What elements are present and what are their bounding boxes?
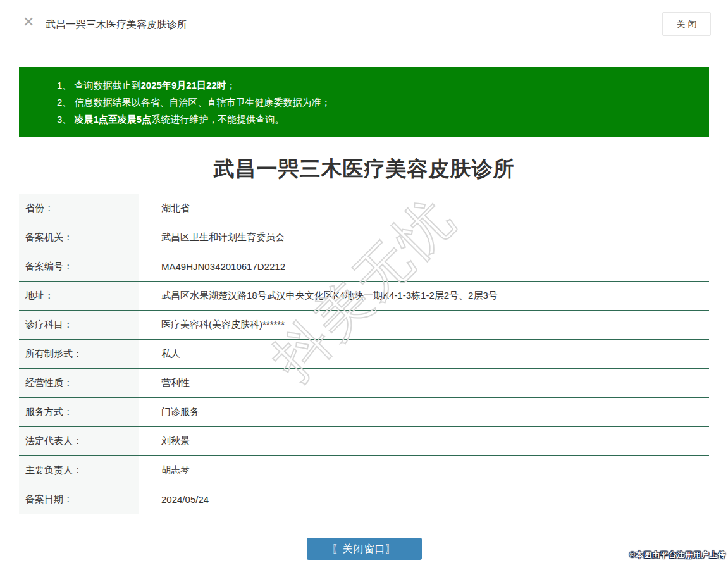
table-row: 地址： 武昌区水果湖楚汉路18号武汉中央文化区K4地块一期K4-1-3栋1-2层…: [19, 282, 709, 311]
close-x-icon[interactable]: ✕: [23, 15, 34, 29]
table-row: 法定代表人： 刘秋景: [19, 427, 709, 456]
notice-bold-text: 2025年9月21日22时: [141, 80, 226, 90]
row-label: 主要负责人：: [19, 456, 139, 485]
row-value: MA49HJN0342010617D2212: [139, 261, 709, 272]
row-label: 经营性质：: [19, 369, 139, 397]
notice-bold-text: 凌晨1点至凌晨5点: [75, 114, 152, 125]
row-label: 地址：: [19, 282, 139, 310]
row-label: 法定代表人：: [19, 427, 139, 455]
row-label: 服务方式：: [19, 398, 139, 426]
table-row: 服务方式： 门诊服务: [19, 398, 709, 427]
notice-line: 1、 查询数据截止到2025年9月21日22时；: [57, 77, 696, 94]
row-value: 湖北省: [139, 202, 709, 214]
notice-text: ；: [226, 80, 236, 90]
row-value: 武昌区卫生和计划生育委员会: [139, 232, 709, 244]
row-value: 胡志琴: [139, 464, 709, 476]
close-button[interactable]: 关 闭: [662, 12, 711, 36]
notice-line: 3、 凌晨1点至凌晨5点系统进行维护，不能提供查询。: [57, 111, 696, 128]
record-detail-page: ✕ 武昌一巺三木医疗美容皮肤诊所 关 闭 1、 查询数据截止到2025年9月21…: [0, 0, 728, 563]
upload-caption: ©本图由平台注册用户上传: [629, 550, 726, 560]
row-value: 医疗美容科(美容皮肤科)******: [139, 319, 709, 331]
notice-text: 1、 查询数据截止到: [57, 80, 141, 90]
row-label: 备案机关：: [19, 223, 139, 252]
notice-text: 系统进行维护，不能提供查询。: [151, 114, 284, 125]
row-value: 2024/05/24: [139, 494, 709, 505]
close-window-button[interactable]: 〖关闭窗口〗: [307, 538, 422, 560]
notice-line: 2、 信息数据结果以各省、自治区、直辖市卫生健康委数据为准；: [57, 94, 696, 111]
row-value: 私人: [139, 348, 709, 360]
row-label: 诊疗科目：: [19, 311, 139, 339]
row-value: 营利性: [139, 377, 709, 389]
table-row: 经营性质： 营利性: [19, 369, 709, 398]
row-label: 备案日期：: [19, 485, 139, 514]
table-row: 备案机关： 武昌区卫生和计划生育委员会: [19, 223, 709, 252]
notice-text: 3、: [57, 114, 75, 125]
row-label: 备案编号：: [19, 252, 139, 281]
row-value: 门诊服务: [139, 406, 709, 418]
row-value: 武昌区水果湖楚汉路18号武汉中央文化区K4地块一期K4-1-3栋1-2层2号、2…: [139, 290, 709, 302]
footer-actions: 〖关闭窗口〗: [0, 538, 728, 560]
notice-text: 2、 信息数据结果以各省、自治区、直辖市卫生健康委数据为准；: [57, 97, 331, 108]
row-label: 所有制形式：: [19, 340, 139, 368]
table-row: 诊疗科目： 医疗美容科(美容皮肤科)******: [19, 311, 709, 340]
row-label: 省份：: [19, 194, 139, 223]
record-info-table: 省份： 湖北省 备案机关： 武昌区卫生和计划生育委员会 备案编号： MA49HJ…: [19, 194, 709, 514]
row-value: 刘秋景: [139, 435, 709, 447]
top-bar: ✕ 武昌一巺三木医疗美容皮肤诊所 关 闭: [0, 0, 728, 44]
table-row: 备案编号： MA49HJN0342010617D2212: [19, 252, 709, 282]
notice-banner: 1、 查询数据截止到2025年9月21日22时； 2、 信息数据结果以各省、自治…: [19, 67, 709, 137]
table-row: 主要负责人： 胡志琴: [19, 456, 709, 485]
page-title: 武昌一巺三木医疗美容皮肤诊所: [0, 155, 728, 183]
table-row: 备案日期： 2024/05/24: [19, 485, 709, 514]
window-title: 武昌一巺三木医疗美容皮肤诊所: [46, 18, 187, 32]
table-row: 所有制形式： 私人: [19, 340, 709, 369]
table-row: 省份： 湖北省: [19, 194, 709, 223]
